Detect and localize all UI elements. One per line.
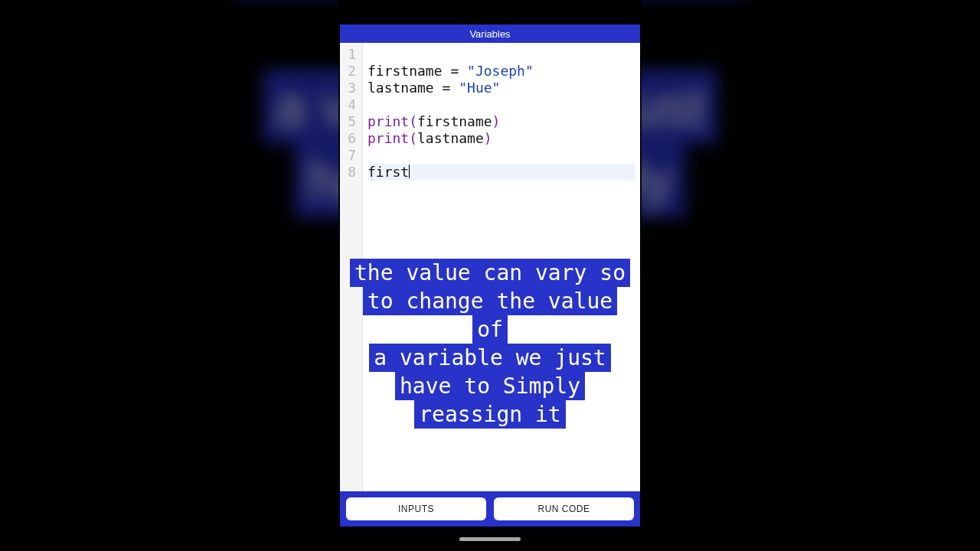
code-line[interactable]: print(firstname) [368,113,635,130]
code-line[interactable]: print(lastname) [368,130,635,147]
code-line[interactable] [368,96,635,113]
nav-home-pill[interactable] [459,537,521,541]
page-title: Variables [469,28,510,40]
code-line[interactable]: first [368,164,635,181]
run-code-button[interactable]: RUN CODE [494,497,634,520]
code-editor[interactable]: 1 2 3 4 5 6 7 8 firstname = "Joseph"last… [340,43,640,491]
text-cursor [409,165,410,178]
code-body[interactable]: firstname = "Joseph"lastname = "Hue"prin… [363,43,640,491]
inputs-button[interactable]: INPUTS [346,497,486,520]
code-line[interactable] [368,46,635,63]
status-bar [340,0,640,24]
app-bar: Variables [340,24,640,43]
code-line[interactable] [368,147,635,164]
code-line[interactable]: lastname = "Hue" [368,80,635,96]
line-number-gutter: 1 2 3 4 5 6 7 8 [340,43,363,491]
android-nav-bar [340,527,640,551]
bottom-bar: INPUTS RUN CODE [340,491,640,527]
code-line[interactable]: firstname = "Joseph" [368,63,635,80]
phone-frame: Variables 1 2 3 4 5 6 7 8 firstname = "J… [340,0,640,551]
